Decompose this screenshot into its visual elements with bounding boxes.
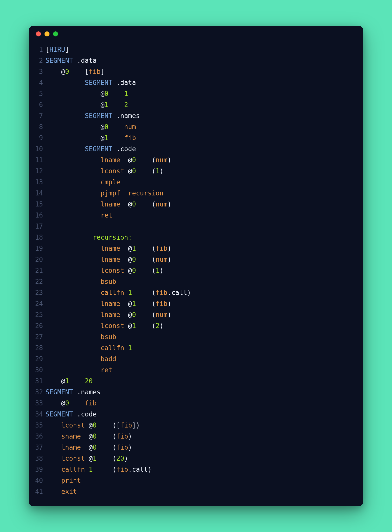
code-token (108, 90, 124, 97)
code-token: 0 (132, 311, 136, 318)
code-line: 37 lname @0 (fib) (29, 442, 356, 453)
code-line: 24 lname @1 (fib) (29, 298, 356, 309)
code-token: 0 (132, 156, 136, 164)
code-token: @ (120, 256, 132, 263)
code-token: lname (101, 245, 120, 252)
code-token: SEGMENT (45, 410, 73, 418)
code-line: 12 lconst @0 (1) (29, 166, 356, 177)
code-line: 27 bsub (29, 331, 356, 342)
code-token: ) (160, 322, 164, 330)
code-line: 11 lname @0 (num) (29, 154, 356, 166)
code-token (45, 156, 101, 164)
code-token: @ (45, 399, 65, 407)
code-token: [ (69, 68, 89, 75)
code-line: 8 @0 num (29, 121, 356, 132)
code-token: .call) (128, 466, 152, 473)
code-editor[interactable]: 1[HIRU]2SEGMENT .data3 @0 [fib]4 SEGMENT… (29, 42, 363, 497)
code-token: ) (124, 455, 128, 462)
line-content: lname @0 (fib) (45, 442, 132, 453)
close-icon[interactable] (36, 31, 41, 36)
code-token: fib (116, 444, 128, 451)
code-token: ] (101, 68, 105, 75)
code-token: @ (120, 311, 132, 318)
code-token: ) (167, 245, 171, 252)
code-token (45, 211, 101, 219)
code-line: 3 @0 [fib] (29, 66, 356, 77)
code-token (45, 333, 101, 341)
line-content: lname @0 (num) (45, 154, 171, 166)
code-token: ( (136, 256, 156, 263)
code-token (45, 200, 101, 208)
code-token: 20 (116, 455, 124, 462)
code-token (45, 256, 101, 263)
code-token: 1 (105, 134, 109, 142)
code-token: lconst (101, 267, 124, 274)
line-content: pjmpf recursion (45, 188, 164, 199)
code-token: num (156, 200, 167, 208)
code-token: callfn (61, 466, 85, 473)
code-token: lname (101, 311, 120, 318)
code-token (45, 477, 61, 484)
code-line: 4 SEGMENT .data (29, 77, 356, 88)
code-token: 0 (132, 200, 136, 208)
code-token: 1 (124, 90, 128, 97)
line-number: 11 (29, 154, 45, 166)
code-token: num (156, 256, 167, 263)
code-token: callfn (101, 344, 124, 352)
line-number: 10 (29, 143, 45, 154)
code-token: @ (124, 322, 132, 330)
line-number: 41 (29, 486, 45, 497)
code-token: @ (124, 167, 132, 175)
code-token (45, 300, 101, 307)
line-content: lname @0 (num) (45, 254, 171, 265)
line-number: 20 (29, 254, 45, 265)
code-token (45, 444, 61, 451)
line-content: ret (45, 364, 112, 376)
code-token: ) (128, 433, 132, 440)
code-line: 31 @1 20 (29, 376, 356, 387)
line-content: callfn 1 (fib.call) (45, 287, 191, 298)
code-token (45, 355, 101, 363)
code-token (45, 267, 101, 274)
code-token: badd (101, 355, 116, 363)
code-token: 20 (85, 377, 93, 385)
code-line: 21 lconst @0 (1) (29, 265, 356, 276)
code-token (108, 123, 124, 131)
code-token: sname (61, 433, 81, 440)
code-token: ) (167, 200, 171, 208)
line-number: 40 (29, 475, 45, 486)
code-token: fib (156, 245, 167, 252)
code-token: 1 (156, 267, 160, 274)
code-line: 5 @0 1 (29, 88, 356, 99)
line-content: badd (45, 353, 116, 364)
code-token: 1 (93, 455, 97, 462)
code-token: 0 (132, 167, 136, 175)
code-token: lconst (101, 167, 124, 175)
code-line: 26 lconst @1 (2) (29, 320, 356, 331)
code-token: ( (136, 167, 156, 175)
line-content: @0 fib (45, 398, 97, 409)
code-token: .names (112, 112, 140, 120)
code-token: SEGMENT (45, 57, 73, 64)
code-token: [ (45, 46, 50, 53)
maximize-icon[interactable] (53, 31, 58, 36)
code-token: SEGMENT (45, 388, 73, 396)
line-number: 2 (29, 55, 45, 66)
code-token: print (61, 477, 81, 484)
code-token (45, 366, 101, 374)
line-number: 28 (29, 342, 45, 353)
line-number: 24 (29, 298, 45, 309)
line-number: 32 (29, 387, 45, 398)
code-token (45, 466, 61, 473)
code-token (45, 245, 101, 252)
code-token (69, 377, 85, 385)
minimize-icon[interactable] (44, 31, 50, 36)
code-token: @ (85, 455, 93, 462)
line-content: [HIRU] (45, 44, 69, 55)
code-token: ( (136, 267, 156, 274)
code-token: .call) (167, 289, 191, 296)
code-token: bsub (101, 278, 116, 285)
line-content: SEGMENT .names (45, 387, 101, 398)
code-token: .data (73, 57, 97, 64)
line-number: 14 (29, 188, 45, 199)
